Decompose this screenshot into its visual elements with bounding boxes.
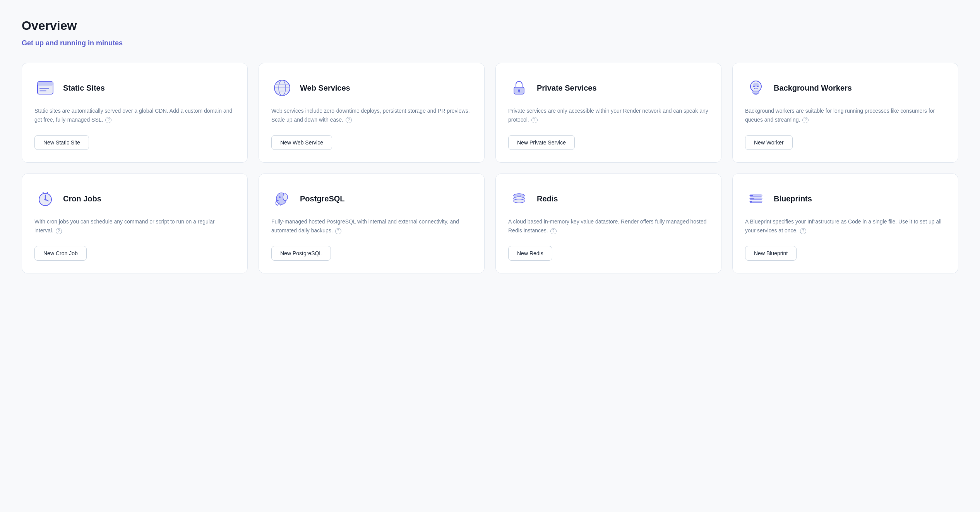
redis-icon: ✦ ✦ [508, 188, 530, 210]
card-header-worker: Background Workers [745, 77, 946, 99]
card-blueprints: Blueprints A Blueprint specifies your In… [732, 174, 958, 273]
static-sites-help-icon: ? [105, 117, 111, 123]
svg-point-16 [753, 86, 755, 87]
card-private-services: Private Services Private services are on… [495, 63, 721, 163]
svg-point-30 [514, 199, 524, 203]
new-blueprint-button[interactable]: New Blueprint [745, 246, 797, 261]
blueprints-icon [745, 188, 767, 210]
cron-jobs-icon [34, 188, 56, 210]
postgresql-desc: Fully-managed hosted PostgreSQL with int… [271, 217, 472, 235]
svg-rect-14 [753, 91, 759, 93]
card-header-cron: Cron Jobs [34, 188, 235, 210]
worker-help-icon: ? [802, 117, 809, 123]
svg-rect-1 [38, 82, 53, 86]
new-redis-button[interactable]: New Redis [508, 246, 552, 261]
svg-rect-37 [750, 201, 752, 203]
card-web-services: Web Services Web services include zero-d… [259, 63, 485, 163]
svg-rect-36 [750, 198, 754, 199]
private-services-help-icon: ? [531, 117, 538, 123]
worker-title: Background Workers [774, 84, 852, 93]
svg-rect-35 [750, 195, 753, 196]
card-header-postgres: PostgreSQL [271, 188, 472, 210]
static-sites-icon [34, 77, 56, 99]
blueprints-help-icon: ? [800, 228, 806, 234]
postgresql-title: PostgreSQL [300, 194, 345, 203]
web-services-icon [271, 77, 293, 99]
card-header-static: Static Sites [34, 77, 235, 99]
service-grid: Static Sites Static sites are automatica… [22, 63, 958, 273]
svg-text:✦ ✦: ✦ ✦ [516, 194, 521, 198]
private-services-title: Private Services [537, 84, 597, 93]
svg-rect-15 [754, 93, 757, 95]
svg-rect-2 [39, 88, 49, 89]
web-services-help-icon: ? [346, 117, 352, 123]
card-redis: ✦ ✦ Redis A cloud based in-memory key va… [495, 174, 721, 273]
page-subtitle: Get up and running in minutes [22, 39, 958, 47]
private-services-desc: Private services are only accessible wit… [508, 107, 709, 124]
blueprints-desc: A Blueprint specifies your Infrastructur… [745, 217, 946, 235]
worker-desc: Background workers are suitable for long… [745, 107, 946, 124]
cron-jobs-desc: With cron jobs you can schedule any comm… [34, 217, 235, 235]
new-web-service-button[interactable]: New Web Service [271, 135, 332, 150]
card-static-sites: Static Sites Static sites are automatica… [22, 63, 248, 163]
new-worker-button[interactable]: New Worker [745, 135, 793, 150]
svg-point-21 [45, 199, 46, 201]
private-services-icon [508, 77, 530, 99]
card-header-blueprint: Blueprints [745, 188, 946, 210]
svg-rect-3 [39, 90, 46, 91]
card-postgresql: PostgreSQL Fully-managed hosted PostgreS… [259, 174, 485, 273]
new-cron-job-button[interactable]: New Cron Job [34, 246, 87, 261]
web-services-title: Web Services [300, 84, 350, 93]
page-title: Overview [22, 19, 958, 33]
svg-point-24 [279, 196, 281, 198]
new-postgresql-button[interactable]: New PostgreSQL [271, 246, 331, 261]
cron-jobs-title: Cron Jobs [63, 194, 101, 203]
static-sites-title: Static Sites [63, 84, 105, 93]
svg-point-17 [757, 86, 759, 87]
card-cron-jobs: Cron Jobs With cron jobs you can schedul… [22, 174, 248, 273]
card-header-web: Web Services [271, 77, 472, 99]
redis-help-icon: ? [550, 228, 557, 234]
new-private-service-button[interactable]: New Private Service [508, 135, 575, 150]
static-sites-desc: Static sites are automatically served ov… [34, 107, 235, 124]
postgresql-help-icon: ? [335, 228, 341, 234]
svg-point-25 [283, 194, 288, 201]
web-services-desc: Web services include zero-downtime deplo… [271, 107, 472, 124]
redis-desc: A cloud based in-memory key value datast… [508, 217, 709, 235]
card-header-redis: ✦ ✦ Redis [508, 188, 709, 210]
card-background-workers: Background Workers Background workers ar… [732, 63, 958, 163]
cron-jobs-help-icon: ? [56, 228, 62, 234]
postgresql-icon [271, 188, 293, 210]
redis-title: Redis [537, 194, 558, 203]
new-static-site-button[interactable]: New Static Site [34, 135, 89, 150]
blueprints-title: Blueprints [774, 194, 812, 203]
worker-icon [745, 77, 767, 99]
card-header-private: Private Services [508, 77, 709, 99]
